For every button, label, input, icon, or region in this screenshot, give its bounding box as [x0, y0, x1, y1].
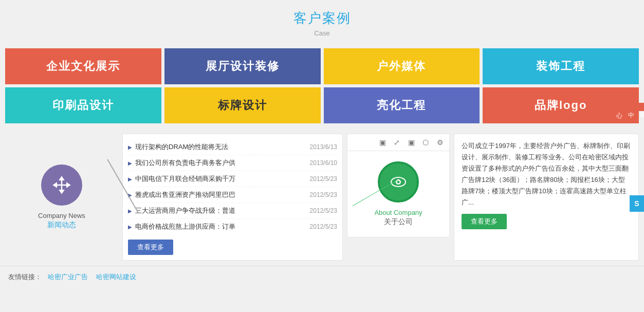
- grid-item-5[interactable]: 标牌设计: [164, 87, 321, 123]
- news-date: 2012/5/23: [310, 207, 337, 214]
- move-icon: [52, 176, 71, 194]
- news-list-panel: ▶ 现行架构的DRAM的性能将无法 2013/6/13 ▶ 我们公司所有负责电子…: [122, 134, 343, 261]
- toolbar-icon-grid[interactable]: ▣: [406, 137, 416, 148]
- toolbar-icon-square[interactable]: ▣: [377, 137, 388, 148]
- grid-item-1[interactable]: 展厅设计装修: [164, 48, 321, 84]
- footer-label: 友情链接：: [8, 272, 42, 282]
- news-date: 2013/6/10: [310, 159, 337, 167]
- news-more-button[interactable]: 查看更多: [128, 240, 173, 255]
- news-list-item[interactable]: ▶ 三大运营商用户争夺战升级：普道 2012/5/23: [128, 203, 337, 219]
- about-icon-panel: About Company 关于公司: [347, 151, 450, 237]
- about-circle-icon: [378, 161, 419, 203]
- news-label-en: Company News: [38, 212, 85, 219]
- news-list-item[interactable]: ▶ 我们公司所有负责电子商务客户供 2013/6/10: [128, 155, 337, 171]
- toolbar-icon-settings[interactable]: ⚙: [435, 137, 445, 148]
- news-date: 2012/5/23: [310, 175, 337, 182]
- news-arrow-icon: ▶: [128, 144, 132, 150]
- news-list-left: ▶ 我们公司所有负责电子商务客户供: [128, 158, 235, 168]
- news-circle-icon: [41, 164, 82, 206]
- toolbar: ▣ ⤢ ▣ ⬡ ⚙: [347, 134, 450, 151]
- news-list-item[interactable]: ▶ 雅虎或出售亚洲资产推动阿里巴巴 2012/5/23: [128, 187, 337, 203]
- news-date: 2012/5/23: [310, 191, 337, 198]
- company-description-panel: 公司成立于1997年，主要经营户外广告、标牌制作、印刷设计、展示制作、装修工程等…: [454, 134, 639, 261]
- svg-marker-3: [60, 190, 64, 193]
- footer: 友情链接： 哈密广业广告 哈密网站建设: [0, 266, 644, 288]
- news-title: 三大运营商用户争夺战升级：普道: [135, 206, 235, 215]
- grid-item-2[interactable]: 户外媒体: [324, 48, 480, 84]
- page-title: 客户案例: [0, 9, 644, 27]
- svg-marker-5: [67, 183, 70, 187]
- news-arrow-icon: ▶: [128, 224, 132, 230]
- news-list-left: ▶ 三大运营商用户争夺战升级：普道: [128, 206, 235, 215]
- toolbar-icon-expand[interactable]: ⤢: [392, 137, 402, 148]
- company-description-text: 公司成立于1997年，主要经营户外广告、标牌制作、印刷设计、展示制作、装修工程等…: [462, 140, 631, 209]
- news-arrow-icon: ▶: [128, 208, 132, 214]
- eye-icon: [389, 173, 408, 191]
- news-list: ▶ 现行架构的DRAM的性能将无法 2013/6/13 ▶ 我们公司所有负责电子…: [128, 139, 337, 234]
- news-list-left: ▶ 现行架构的DRAM的性能将无法: [128, 142, 228, 152]
- about-more-button[interactable]: 查看更多: [462, 214, 507, 229]
- grid-item-0[interactable]: 企业文化展示: [5, 48, 161, 84]
- grid-item-3[interactable]: 装饰工程: [483, 48, 639, 84]
- news-list-left: ▶ 雅虎或出售亚洲资产推动阿里巴巴: [128, 190, 235, 199]
- footer-link-0[interactable]: 哈密广业广告: [48, 272, 88, 282]
- svg-marker-4: [53, 183, 57, 187]
- page-subtitle: Case: [0, 29, 644, 37]
- news-title: 我们公司所有负责电子商务客户供: [135, 158, 235, 168]
- grid-item-6[interactable]: 亮化工程: [324, 87, 480, 123]
- news-icon-panel: Company News 新闻动态: [5, 134, 118, 261]
- news-title: 现行架构的DRAM的性能将无法: [135, 142, 228, 152]
- main-content-row: Company News 新闻动态 ▶ 现行架构的DRAM的性能将无法 2013…: [0, 129, 644, 266]
- news-date: 2013/6/13: [310, 143, 337, 151]
- news-list-item[interactable]: ▶ 电商价格战煎熬上游供应商：订单 2012/5/23: [128, 219, 337, 234]
- news-list-left: ▶ 中国电信下月联合经销商采购千万: [128, 174, 235, 183]
- news-arrow-icon: ▶: [128, 160, 132, 166]
- news-title: 雅虎或出售亚洲资产推动阿里巴巴: [135, 190, 235, 199]
- svg-marker-2: [60, 177, 64, 180]
- about-label-en: About Company: [374, 209, 422, 216]
- right-sidebar-red[interactable]: 客 服 中 心: [630, 103, 644, 111]
- news-title: 中国电信下月联合经销商采购千万: [135, 174, 235, 183]
- news-label-zh: 新闻动态: [47, 221, 76, 230]
- news-arrow-icon: ▶: [128, 176, 132, 182]
- news-list-item[interactable]: ▶ 中国电信下月联合经销商采购千万 2012/5/23: [128, 171, 337, 187]
- grid-item-4[interactable]: 印刷品设计: [5, 87, 161, 123]
- news-list-item[interactable]: ▶ 现行架构的DRAM的性能将无法 2013/6/13: [128, 139, 337, 155]
- toolbar-icon-share[interactable]: ⬡: [420, 137, 431, 148]
- header-section: 客户案例 Case: [0, 0, 644, 43]
- about-label-zh: 关于公司: [384, 217, 413, 227]
- about-wrapper: ▣ ⤢ ▣ ⬡ ⚙ About Company 关于公司: [347, 134, 450, 261]
- category-grid: 企业文化展示 展厅设计装修 户外媒体 装饰工程 印刷品设计 标牌设计 亮化工程 …: [0, 43, 644, 129]
- svg-point-8: [397, 181, 400, 183]
- news-date: 2012/5/23: [310, 223, 337, 230]
- footer-link-1[interactable]: 哈密网站建设: [96, 272, 136, 282]
- news-title: 电商价格战煎熬上游供应商：订单: [135, 222, 235, 231]
- grid-item-7[interactable]: 品牌logo: [483, 87, 639, 123]
- news-list-left: ▶ 电商价格战煎熬上游供应商：订单: [128, 222, 235, 231]
- about-inner: About Company 关于公司: [347, 151, 450, 237]
- right-sidebar-s[interactable]: S: [630, 195, 644, 212]
